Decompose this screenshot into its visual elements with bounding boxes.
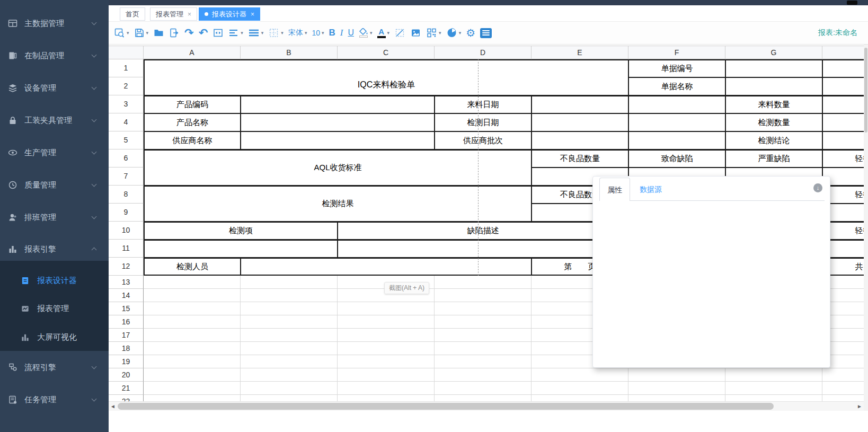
open-button[interactable] [153,28,164,38]
merge-cells-button[interactable] [212,28,224,38]
sidebar-item-scheduling[interactable]: 排班管理 [0,206,109,229]
cell-report-title[interactable]: IQC来料检验单 [144,59,628,95]
cell-product-code-label[interactable]: 产品编码 [144,95,241,113]
cell-serious-defect-label[interactable]: 严重缺陷 [725,149,822,167]
cell-empty[interactable] [241,258,532,276]
cell-supplier-batch-label[interactable]: 供应商批次 [435,131,532,149]
row-header[interactable]: 10 [109,222,144,240]
fill-color-button[interactable]: ▾ [359,28,373,38]
sidebar-item-master-data[interactable]: 主数据管理 [0,12,109,35]
clear-cell-button[interactable] [394,28,405,38]
row-header[interactable]: 16 [109,315,144,329]
sidebar-item-report-engine[interactable]: 报表引擎 [0,237,109,261]
cell-test-qty-label[interactable]: 检测数量 [725,113,822,131]
scroll-right-icon[interactable]: ► [857,403,862,409]
cell-test-item-label[interactable]: 检测项 [144,222,338,240]
cell-doc-name-label[interactable]: 单据名称 [628,77,725,95]
cell-empty[interactable] [144,240,338,258]
cell-empty[interactable] [822,59,864,77]
cell-fatal-defect-label[interactable]: 致命缺陷 [628,149,725,167]
row-header[interactable]: 15 [109,302,144,315]
horizontal-scroll-thumb[interactable] [118,403,774,410]
cell-test-date-label[interactable]: 检测日期 [435,113,532,131]
sidebar-item-task-management[interactable]: 任务管理 [0,388,109,411]
chart-button[interactable]: ▾ [446,28,462,38]
row-header[interactable]: 21 [109,382,144,395]
column-header[interactable]: H [822,46,864,59]
cell-test-result-label[interactable]: 检测结果 [144,186,532,222]
column-header[interactable]: B [241,46,338,59]
sidebar-item-equipment[interactable]: 设备管理 [0,76,109,100]
cell-inspector-label[interactable]: 检测人员 [144,258,241,276]
sidebar-item-tooling[interactable]: 工装夹具管理 [0,109,109,132]
horizontal-scrollbar[interactable]: ◄ ► [109,401,864,411]
redo-button[interactable]: ↷ [184,27,194,39]
vertical-scroll-thumb[interactable] [864,48,867,133]
cell-incoming-qty-label[interactable]: 来料数量 [725,95,822,113]
cell-empty[interactable] [628,95,725,113]
tab-home[interactable]: 首页 [120,7,145,21]
row-header[interactable]: 12 [109,258,144,276]
insert-image-button[interactable] [410,28,421,38]
row-header[interactable]: 3 [109,95,144,113]
font-family-select[interactable]: 宋体 ▾ [288,28,307,38]
italic-button[interactable]: I [340,28,343,38]
cell-empty[interactable] [822,131,864,149]
cell-defect-desc-label[interactable]: 缺陷描述 [338,222,628,240]
preview-button[interactable]: ▾ [114,28,129,38]
cell-product-name-label[interactable]: 产品名称 [144,113,241,131]
column-header[interactable]: F [628,46,725,59]
row-header[interactable]: 17 [109,329,144,342]
sheet-corner-cell[interactable] [109,46,144,59]
undo-button[interactable]: ↶ [199,27,208,39]
column-header[interactable]: A [144,46,241,59]
cell-doc-no-label[interactable]: 单据编号 [628,59,725,77]
cell-empty[interactable] [725,77,822,95]
cell-empty[interactable] [628,113,725,131]
sidebar-item-report-management[interactable]: 报表管理 [0,297,109,320]
cell-empty[interactable] [241,113,435,131]
cell-defective-qty-label[interactable]: 不良品数量 [532,149,628,167]
row-header[interactable]: 13 [109,276,144,289]
row-header[interactable]: 4 [109,113,144,131]
column-header[interactable]: G [725,46,822,59]
font-size-select[interactable]: 10 ▾ [312,29,324,37]
row-header[interactable]: 2 [109,77,144,95]
row-header[interactable]: 19 [109,355,144,368]
column-header[interactable]: C [338,46,435,59]
borders-button[interactable]: ▾ [268,28,284,38]
tab-report-management[interactable]: 报表管理 × [150,7,197,21]
cell-empty[interactable] [338,240,628,258]
align-button[interactable]: ▾ [228,28,243,38]
sidebar-item-report-designer[interactable]: 报表设计器 [0,269,109,292]
cell-empty[interactable] [822,77,864,95]
sidebar-item-big-screen[interactable]: 大屏可视化 [0,325,109,349]
tab-properties[interactable]: 属性 [599,178,630,201]
row-header[interactable]: 5 [109,131,144,149]
row-header[interactable]: 18 [109,342,144,355]
border-weight-button[interactable]: ▾ [248,28,264,38]
tab-report-designer[interactable]: 报表设计器 × [199,7,260,21]
font-color-button[interactable]: A ▾ [377,28,390,38]
close-icon[interactable]: × [251,11,254,18]
qr-code-button[interactable]: ▾ [426,28,441,38]
row-header[interactable]: 1 [109,59,144,77]
panel-toggle-button[interactable] [480,28,492,38]
row-header[interactable]: 8 [109,186,144,204]
sidebar-item-quality[interactable]: 质量管理 [0,173,109,197]
cell-empty[interactable] [628,131,725,149]
cell-test-conclusion-label[interactable]: 检测结论 [725,131,822,149]
cell-empty[interactable] [241,131,435,149]
save-button[interactable]: ▾ [134,28,149,38]
export-button[interactable] [169,28,180,38]
sidebar-item-wip[interactable]: 在制品管理 [0,44,109,67]
close-icon[interactable]: × [188,11,191,18]
cell-empty[interactable] [822,95,864,113]
settings-gear-button[interactable]: ⚙ [466,28,475,38]
cell-empty[interactable] [241,95,435,113]
row-header[interactable]: 14 [109,289,144,302]
vertical-scrollbar[interactable] [864,45,868,411]
row-header[interactable]: 11 [109,240,144,258]
cell-empty[interactable] [532,131,628,149]
cell-supplier-name-label[interactable]: 供应商名称 [144,131,241,149]
